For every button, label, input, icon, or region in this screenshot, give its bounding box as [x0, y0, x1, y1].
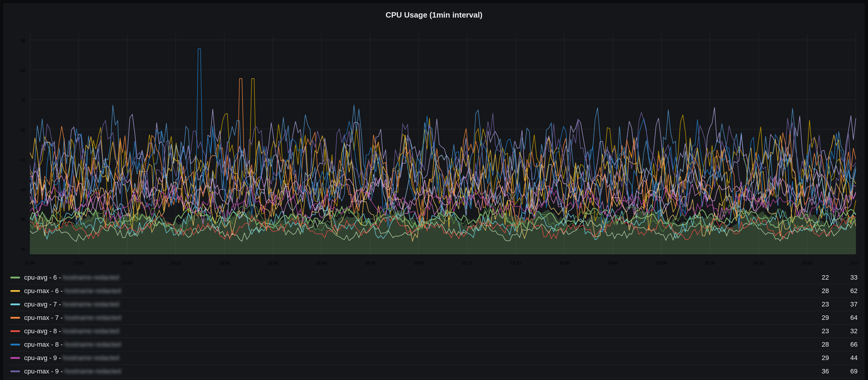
legend-value-min: 22 — [800, 274, 829, 281]
legend-value-min: 29 — [800, 314, 829, 322]
legend-host-redacted: hostname-redacted — [65, 368, 121, 375]
legend-swatch — [10, 357, 20, 359]
svg-text:50: 50 — [21, 158, 25, 162]
svg-text:18:30: 18:30 — [268, 261, 278, 265]
legend-host-redacted: hostname-redacted — [65, 287, 121, 295]
legend-label: cpu-max - 6 - — [24, 287, 63, 295]
legend-swatch — [10, 304, 20, 305]
legend-item[interactable]: cpu-avg - all -hostname-redacted25.835.4 — [9, 378, 859, 380]
legend-host-redacted: hostname-redacted — [63, 327, 119, 335]
svg-text:19:30: 19:30 — [559, 261, 569, 265]
legend-host-redacted: hostname-redacted — [63, 274, 119, 281]
legend-label: cpu-avg - 9 - — [24, 354, 61, 362]
chart-plot-area[interactable]: 203040506070809017:4017:5018:0018:1018:2… — [9, 25, 859, 269]
legend-value-max: 33 — [829, 274, 858, 281]
legend-value-min: 28 — [800, 287, 829, 295]
legend-value-max: 32 — [829, 327, 858, 335]
panel-title: CPU Usage (1min interval) — [9, 7, 859, 25]
legend-value-max: 37 — [829, 300, 858, 308]
legend-label: cpu-max - 9 - — [24, 368, 63, 375]
svg-text:19:50: 19:50 — [656, 261, 666, 265]
svg-text:20:00: 20:00 — [705, 261, 715, 265]
svg-text:80: 80 — [21, 68, 25, 73]
legend-swatch — [10, 344, 20, 345]
legend-label: cpu-max - 8 - — [24, 341, 63, 348]
chart-legend: cpu-avg - 6 -hostname-redacted2233cpu-ma… — [9, 271, 859, 380]
svg-text:19:40: 19:40 — [608, 261, 618, 265]
svg-text:20:20: 20:20 — [802, 261, 812, 265]
legend-item[interactable]: cpu-max - 6 -hostname-redacted2862 — [9, 284, 859, 298]
legend-item[interactable]: cpu-avg - 7 -hostname-redacted2337 — [9, 298, 859, 311]
svg-text:17:40: 17:40 — [25, 261, 35, 265]
chart-panel: CPU Usage (1min interval) 20304050607080… — [4, 4, 864, 380]
legend-value-min: 23 — [800, 300, 829, 308]
svg-text:18:20: 18:20 — [219, 261, 230, 265]
svg-text:18:10: 18:10 — [171, 261, 181, 265]
legend-host-redacted: hostname-redacted — [65, 341, 121, 348]
legend-swatch — [10, 317, 20, 319]
legend-value-min: 29 — [800, 354, 829, 362]
legend-value-max: 66 — [829, 341, 858, 348]
svg-text:18:40: 18:40 — [316, 261, 327, 265]
legend-item[interactable]: cpu-max - 7 -hostname-redacted2964 — [9, 311, 859, 325]
svg-text:40: 40 — [21, 187, 25, 192]
legend-value-max: 44 — [829, 354, 858, 362]
legend-item[interactable]: cpu-avg - 8 -hostname-redacted2332 — [9, 325, 859, 338]
legend-swatch — [10, 277, 20, 279]
legend-label: cpu-avg - 7 - — [24, 300, 61, 308]
svg-text:19:00: 19:00 — [413, 261, 424, 265]
legend-value-min: 36 — [800, 368, 829, 375]
legend-label: cpu-avg - 6 - — [24, 274, 61, 281]
svg-text:18:00: 18:00 — [122, 261, 132, 265]
legend-host-redacted: hostname-redacted — [65, 314, 121, 322]
legend-item[interactable]: cpu-max - 8 -hostname-redacted2866 — [9, 338, 859, 351]
legend-swatch — [10, 371, 20, 372]
legend-value-min: 23 — [800, 327, 829, 335]
svg-text:20:30: 20:30 — [851, 261, 859, 265]
legend-host-redacted: hostname-redacted — [63, 354, 119, 362]
legend-value-max: 69 — [829, 368, 858, 375]
legend-host-redacted: hostname-redacted — [63, 300, 119, 308]
legend-swatch — [10, 290, 20, 292]
svg-text:19:10: 19:10 — [462, 261, 472, 265]
svg-text:90: 90 — [21, 38, 25, 43]
svg-text:60: 60 — [21, 128, 25, 132]
legend-value-max: 62 — [829, 287, 858, 295]
legend-label: cpu-avg - 8 - — [24, 327, 61, 335]
legend-item[interactable]: cpu-max - 9 -hostname-redacted3669 — [9, 365, 859, 378]
legend-value-max: 64 — [829, 314, 858, 322]
svg-text:17:50: 17:50 — [73, 261, 84, 265]
legend-item[interactable]: cpu-avg - 6 -hostname-redacted2233 — [9, 271, 859, 284]
svg-text:70: 70 — [21, 98, 25, 103]
legend-item[interactable]: cpu-avg - 9 -hostname-redacted2944 — [9, 351, 859, 365]
svg-text:19:20: 19:20 — [510, 261, 521, 265]
legend-swatch — [10, 330, 20, 332]
legend-value-min: 28 — [800, 341, 829, 348]
svg-text:20:10: 20:10 — [753, 261, 764, 265]
svg-text:30: 30 — [21, 217, 25, 222]
svg-text:18:50: 18:50 — [365, 261, 375, 265]
legend-label: cpu-max - 7 - — [24, 314, 63, 322]
svg-text:20: 20 — [21, 247, 25, 252]
